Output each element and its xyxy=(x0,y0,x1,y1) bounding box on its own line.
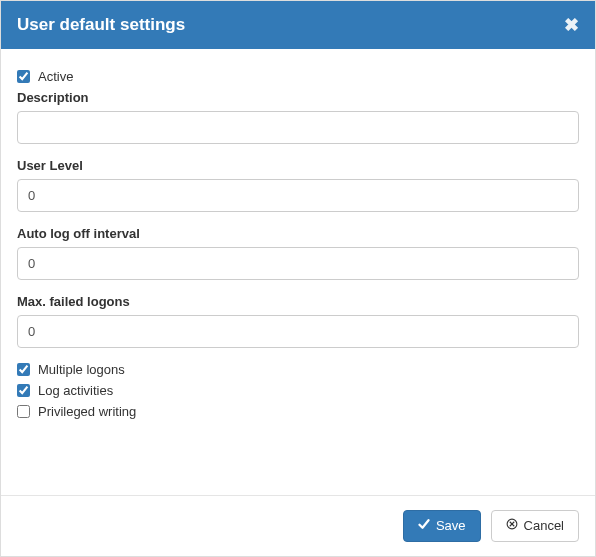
description-label: Description xyxy=(17,90,579,105)
cancel-button[interactable]: Cancel xyxy=(491,510,579,542)
auto-logoff-group: Auto log off interval xyxy=(17,226,579,280)
dialog-body: Active Description User Level Auto log o… xyxy=(1,49,595,495)
max-failed-label: Max. failed logons xyxy=(17,294,579,309)
user-level-group: User Level xyxy=(17,158,579,212)
check-icon xyxy=(418,518,430,534)
dialog-header: User default settings ✖ xyxy=(1,1,595,49)
cancel-icon xyxy=(506,518,518,534)
user-default-settings-dialog: User default settings ✖ Active Descripti… xyxy=(0,0,596,557)
active-label: Active xyxy=(38,69,73,84)
privileged-writing-label: Privileged writing xyxy=(38,404,136,419)
privileged-writing-row: Privileged writing xyxy=(17,404,579,419)
active-checkbox[interactable] xyxy=(17,70,30,83)
privileged-writing-checkbox[interactable] xyxy=(17,405,30,418)
description-group: Description xyxy=(17,90,579,144)
multiple-logons-row: Multiple logons xyxy=(17,362,579,377)
multiple-logons-checkbox[interactable] xyxy=(17,363,30,376)
dialog-footer: Save Cancel xyxy=(1,495,595,556)
save-button-label: Save xyxy=(436,518,466,534)
close-icon[interactable]: ✖ xyxy=(564,16,579,34)
save-button[interactable]: Save xyxy=(403,510,481,542)
user-level-input[interactable] xyxy=(17,179,579,212)
auto-logoff-label: Auto log off interval xyxy=(17,226,579,241)
max-failed-group: Max. failed logons xyxy=(17,294,579,348)
user-level-label: User Level xyxy=(17,158,579,173)
active-row: Active xyxy=(17,69,579,84)
auto-logoff-input[interactable] xyxy=(17,247,579,280)
cancel-button-label: Cancel xyxy=(524,518,564,534)
max-failed-input[interactable] xyxy=(17,315,579,348)
description-input[interactable] xyxy=(17,111,579,144)
log-activities-checkbox[interactable] xyxy=(17,384,30,397)
log-activities-label: Log activities xyxy=(38,383,113,398)
multiple-logons-label: Multiple logons xyxy=(38,362,125,377)
log-activities-row: Log activities xyxy=(17,383,579,398)
dialog-title: User default settings xyxy=(17,15,185,35)
